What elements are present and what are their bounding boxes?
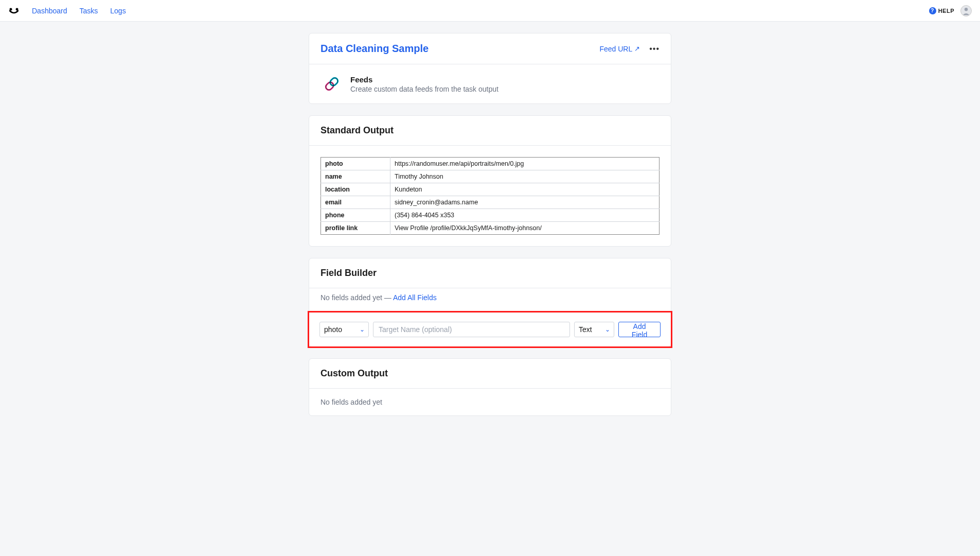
table-value: Timothy Johnson [390,170,660,183]
logo-icon [8,7,20,14]
link-icon [322,74,342,94]
add-field-button[interactable]: Add Field [618,322,661,337]
type-selected: Text [579,325,592,334]
source-field-select[interactable]: photo [319,322,369,337]
custom-output-header: Custom Output [309,359,671,389]
svg-rect-7 [329,77,339,87]
table-value: sidney_cronin@adams.name [390,196,660,209]
more-menu-icon[interactable]: ••• [649,45,660,53]
topbar-left: Dashboard Tasks Logs [8,6,126,16]
table-key: name [321,170,390,183]
table-row: emailsidney_cronin@adams.name [321,196,660,209]
custom-output-title: Custom Output [320,368,388,379]
help-link[interactable]: ? HELP [929,7,954,14]
field-builder-header: Field Builder [309,258,671,288]
standard-output-body: photohttps://randomuser.me/api/portraits… [309,146,671,246]
feeds-text: Feeds Create custom data feeds from the … [350,75,498,93]
help-label: HELP [938,8,954,14]
table-key: profile link [321,222,390,235]
external-link-icon: ↗ [634,45,640,53]
field-builder-row: photo ⌄ Text ⌄ Add Field [308,311,672,348]
feeds-title: Feeds [350,75,498,84]
standard-output-table: photohttps://randomuser.me/api/portraits… [320,157,660,235]
standard-output-title: Standard Output [320,125,394,136]
table-key: phone [321,209,390,222]
svg-point-3 [965,8,968,11]
table-key: email [321,196,390,209]
target-name-input[interactable] [373,322,570,337]
type-select-wrap: Text ⌄ [574,322,614,337]
feed-url-label: Feed URL [599,45,632,53]
table-row: locationKundeton [321,183,660,196]
topbar-right: ? HELP [929,5,972,16]
custom-output-card: Custom Output No fields added yet [309,358,671,416]
type-select[interactable]: Text [574,322,614,337]
logo[interactable] [8,6,20,16]
field-builder-empty-prefix: No fields added yet — [320,293,393,302]
svg-rect-6 [325,81,335,91]
table-value: View Profile /profile/DXkkJqSyMfA-timoth… [390,222,660,235]
avatar-icon [961,5,971,16]
topbar: Dashboard Tasks Logs ? HELP [0,0,980,22]
add-all-fields-link[interactable]: Add All Fields [393,293,437,302]
table-value: Kundeton [390,183,660,196]
main-container: Data Cleaning Sample Feed URL ↗ ••• [309,33,671,416]
feeds-icon-wrap [320,73,343,95]
table-row: photohttps://randomuser.me/api/portraits… [321,158,660,170]
standard-output-card: Standard Output photohttps://randomuser.… [309,115,671,247]
nav-tasks[interactable]: Tasks [80,7,98,15]
table-key: location [321,183,390,196]
custom-output-empty: No fields added yet [309,389,671,415]
table-value: (354) 864-4045 x353 [390,209,660,222]
field-builder-card: Field Builder No fields added yet — Add … [309,258,671,347]
field-builder-title: Field Builder [320,268,377,279]
feeds-row: Feeds Create custom data feeds from the … [309,64,671,103]
avatar[interactable] [960,5,972,16]
source-field-select-wrap: photo ⌄ [319,322,369,337]
table-row: phone(354) 864-4045 x353 [321,209,660,222]
table-value: https://randomuser.me/api/portraits/men/… [390,158,660,170]
standard-output-header: Standard Output [309,116,671,146]
table-row: nameTimothy Johnson [321,170,660,183]
task-header-card: Data Cleaning Sample Feed URL ↗ ••• [309,33,671,104]
top-nav: Dashboard Tasks Logs [32,7,126,15]
nav-logs[interactable]: Logs [110,7,126,15]
svg-point-1 [16,8,19,10]
nav-dashboard[interactable]: Dashboard [32,7,67,15]
table-row: profile linkView Profile /profile/DXkkJq… [321,222,660,235]
feed-url-link[interactable]: Feed URL ↗ [599,45,640,53]
help-icon: ? [929,7,936,14]
table-key: photo [321,158,390,170]
task-header-actions: Feed URL ↗ ••• [599,45,660,53]
task-header: Data Cleaning Sample Feed URL ↗ ••• [309,33,671,64]
task-title[interactable]: Data Cleaning Sample [320,43,429,55]
svg-point-0 [10,8,12,10]
source-field-selected: photo [324,325,342,334]
field-builder-empty: No fields added yet — Add All Fields [309,288,671,311]
feeds-subtitle: Create custom data feeds from the task o… [350,85,498,93]
